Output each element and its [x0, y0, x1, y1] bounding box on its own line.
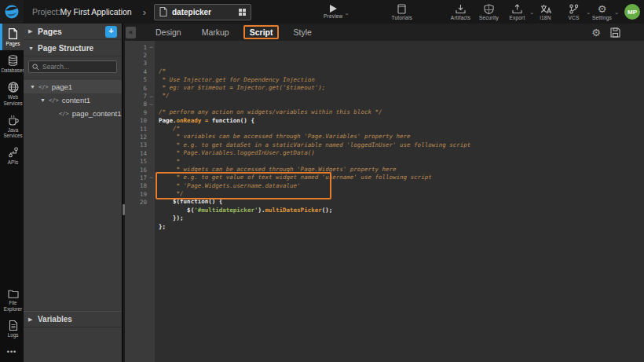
globe-icon [8, 82, 19, 93]
wavemaker-logo[interactable] [0, 0, 24, 24]
fold-marker-icon[interactable]: – [148, 174, 155, 181]
triangle-down-icon[interactable]: ▼ [40, 97, 46, 103]
grid-icon[interactable] [239, 9, 246, 16]
page-tab-title: datepicker [172, 8, 234, 16]
line-number[interactable]: 9 [125, 108, 155, 116]
tree-item-content1[interactable]: ▼ </> content1 [24, 93, 122, 107]
code-token: function() { [208, 117, 254, 124]
line-number[interactable]: 5 [125, 76, 155, 84]
code-editor[interactable]: 1–234567–8–91011121314151617–181920 /* *… [125, 41, 644, 362]
triangle-right-icon: ▶ [28, 28, 34, 35]
code-line[interactable]: * variables can be accessed through 'Pag… [159, 133, 644, 141]
line-number[interactable]: 12 [125, 133, 155, 141]
search-input[interactable] [42, 63, 113, 71]
tree-item-label: content1 [62, 96, 90, 104]
line-number[interactable]: 20 [125, 198, 155, 206]
line-number[interactable]: 1– [125, 43, 155, 51]
vcs-button[interactable]: VCS ⌄ [563, 4, 584, 20]
page-tab-datepicker[interactable]: datepicker [154, 4, 251, 20]
code-line[interactable]: * Use Injector.get for Dependency Inject… [159, 76, 644, 84]
chevron-down-icon[interactable]: ⌄ [586, 9, 591, 16]
code-line[interactable]: }); [159, 214, 644, 222]
code-line[interactable]: * e.g. to get dataSet in a staticVariabl… [159, 141, 644, 149]
line-number[interactable]: 7– [125, 92, 155, 100]
code-line[interactable]: Page.onReady = function() { [159, 117, 644, 125]
line-number[interactable]: 18 [125, 182, 155, 190]
artifacts-button[interactable]: Artifacts [450, 4, 471, 20]
code-token: /* [159, 68, 166, 75]
code-line[interactable]: /* perform any action on widgets/variabl… [159, 108, 644, 116]
line-number[interactable]: 10 [125, 117, 155, 125]
code-line[interactable]: * Page.Variables.loggedInUser.getData() [159, 149, 644, 157]
code-line[interactable]: * [159, 158, 644, 166]
sidebar-item-databases[interactable]: Databases [0, 50, 24, 77]
line-number[interactable]: 19 [125, 190, 155, 198]
line-number[interactable]: 13 [125, 141, 155, 149]
collapse-panel-button[interactable]: « [126, 27, 136, 38]
page-structure-header[interactable]: ▼ Page Structure [24, 40, 122, 57]
tree-item-page-content1[interactable]: </> page_content1 [24, 107, 122, 120]
tutorials-button[interactable]: Tutorials [392, 4, 412, 20]
code-line[interactable]: */ [159, 190, 644, 198]
tab-markup[interactable]: Markup [192, 25, 240, 39]
sidebar-item-logs[interactable]: Logs [0, 316, 24, 342]
i18n-button[interactable]: i18N [535, 4, 556, 20]
more-options-button[interactable]: ••• [0, 342, 24, 362]
line-number[interactable]: 8– [125, 101, 155, 108]
triangle-down-icon[interactable]: ▼ [30, 84, 35, 90]
preview-button[interactable]: Preview ⌄ [324, 5, 343, 19]
chevron-down-icon[interactable]: ⌄ [614, 9, 619, 16]
line-number[interactable]: 14 [125, 149, 155, 157]
add-page-button[interactable]: + [105, 26, 117, 38]
security-button[interactable]: Security [478, 4, 499, 20]
code-line[interactable]: $('#multidatepicker').multiDatesPicker()… [159, 207, 644, 214]
chevron-down-icon[interactable]: ⌄ [529, 9, 534, 16]
line-number[interactable]: 16 [125, 166, 155, 174]
line-number[interactable]: 3 [125, 60, 155, 68]
tab-design[interactable]: Design [145, 25, 192, 39]
line-number[interactable]: 2 [125, 51, 155, 59]
save-icon[interactable] [610, 27, 620, 38]
script-settings-gear-icon[interactable]: ⚙ [591, 27, 601, 38]
line-number[interactable]: 11 [125, 125, 155, 133]
export-button[interactable]: Export ⌄ [507, 4, 528, 20]
sidebar-item-web-services[interactable]: Web Services [0, 77, 24, 109]
line-number[interactable]: 4 [125, 68, 155, 75]
shield-icon [484, 4, 494, 14]
fold-marker-icon[interactable]: – [148, 101, 155, 108]
code-line[interactable]: }; [159, 223, 644, 231]
i18n-label: i18N [540, 15, 551, 20]
tab-script[interactable]: Script [243, 25, 280, 39]
code-lines[interactable]: /* * Use Injector.get for Dependency Inj… [155, 41, 644, 362]
tab-style[interactable]: Style [283, 25, 321, 39]
line-number[interactable]: 17– [125, 174, 155, 181]
sidebar-item-pages[interactable]: Pages [0, 24, 24, 50]
line-number[interactable]: 15 [125, 157, 155, 165]
chevron-down-icon[interactable]: ⌄ [345, 10, 349, 16]
pages-panel-header[interactable]: ▶ Pages + [24, 24, 122, 40]
editor-tabs: Design Markup Script Style [145, 25, 322, 39]
tree-item-page1[interactable]: ▼ </> page1 [24, 80, 122, 93]
play-icon [330, 5, 337, 13]
code-tag-icon: </> [38, 84, 49, 90]
fold-marker-icon[interactable]: – [148, 44, 155, 50]
code-line[interactable]: /* [159, 68, 644, 75]
search-box[interactable] [28, 60, 117, 73]
sidebar-item-apis[interactable]: APIs [0, 142, 24, 169]
line-number[interactable]: 6 [125, 84, 155, 92]
user-avatar[interactable]: MP [624, 4, 640, 20]
fold-marker-icon[interactable]: – [148, 93, 155, 100]
code-line[interactable]: /* [159, 125, 644, 133]
code-line[interactable]: */ [159, 92, 644, 100]
code-line[interactable] [159, 101, 644, 108]
sidebar-item-java-services[interactable]: Java Services [0, 110, 24, 142]
variables-section-header[interactable]: ▶ Variables [24, 311, 122, 327]
code-line[interactable]: * eg: var $timeout = Injector.get('$time… [159, 84, 644, 92]
settings-button[interactable]: ⚙ Settings ⌄ [591, 4, 613, 20]
code-line[interactable]: $(function() { [159, 198, 644, 206]
code-line[interactable]: * widgets can be accessed through 'Page.… [159, 166, 644, 174]
code-line[interactable]: * e.g. to get value of text widget named… [159, 174, 644, 181]
sidebar-item-file-explorer[interactable]: File Explorer [0, 284, 24, 315]
artifacts-label: Artifacts [451, 15, 470, 20]
code-line[interactable]: * 'Page.Widgets.username.datavalue' [159, 182, 644, 190]
